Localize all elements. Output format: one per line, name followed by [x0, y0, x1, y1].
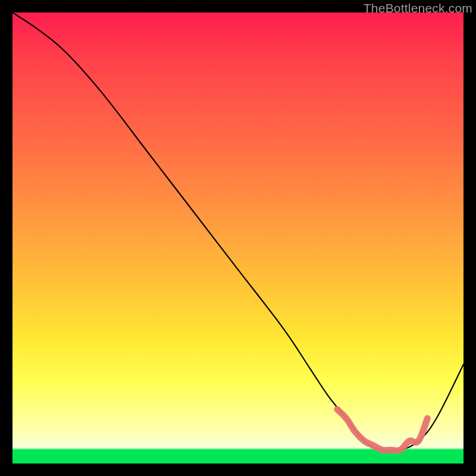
bottleneck-curve-path	[12, 12, 464, 451]
chart-plot-area	[12, 12, 464, 464]
chart-stage: TheBottleneck.com	[0, 0, 476, 476]
optimal-band-path	[337, 409, 428, 451]
chart-svg	[12, 12, 464, 464]
